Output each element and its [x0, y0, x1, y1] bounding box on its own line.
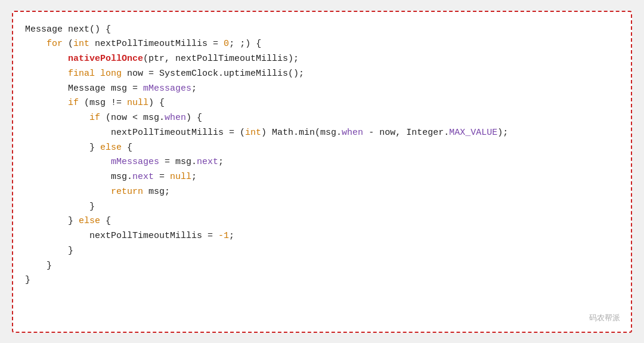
- watermark: 码农帮派: [589, 311, 620, 324]
- code-block: Message next() { for (int nextPollTimeou…: [25, 23, 619, 289]
- code-container: Message next() { for (int nextPollTimeou…: [12, 11, 632, 333]
